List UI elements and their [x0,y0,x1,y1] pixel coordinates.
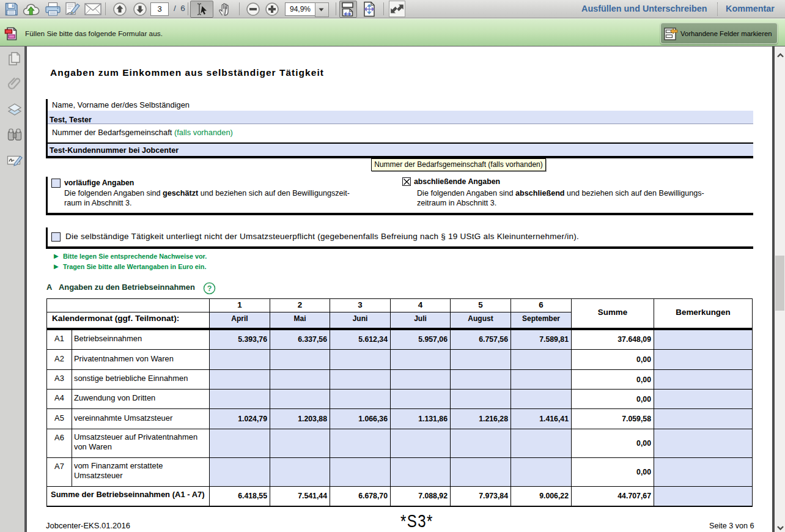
svg-text:?: ? [207,284,212,293]
